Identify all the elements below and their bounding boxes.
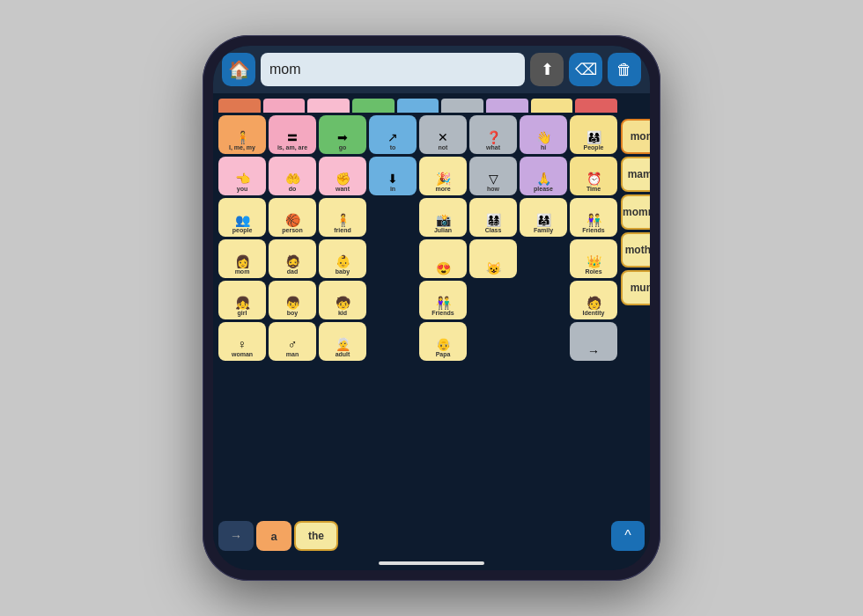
- cell-baby[interactable]: 👶 baby: [319, 239, 366, 278]
- cell-you[interactable]: 👈 you: [218, 157, 266, 195]
- cell-friends2[interactable]: 👫 Friends: [419, 281, 467, 319]
- grid-row-3: 👥 people 🏀 person 🧍 friend 📸 Julian: [218, 198, 617, 237]
- cell-arrow[interactable]: →: [570, 322, 617, 361]
- cell-not[interactable]: ✕ not: [419, 115, 467, 154]
- cell-kid[interactable]: 🧒 kid: [319, 281, 366, 319]
- cell-adult[interactable]: 🧑‍🦳 adult: [319, 322, 366, 361]
- delete-icon: 🗑: [616, 61, 632, 79]
- top-bar: 🏠 mom ⬆ ⌫ 🗑: [213, 46, 650, 93]
- spacer-4-4: [369, 239, 417, 278]
- cell-what[interactable]: ❓ what: [469, 115, 517, 154]
- cell-boy[interactable]: 👦 boy: [269, 281, 316, 319]
- color-tab-2[interactable]: [263, 99, 306, 113]
- suggestion-mom[interactable]: mom: [621, 119, 650, 154]
- cell-man[interactable]: ♂ man: [269, 322, 316, 361]
- spacer-6-6: [469, 322, 517, 361]
- phone-frame: 🏠 mom ⬆ ⌫ 🗑: [203, 35, 660, 581]
- cell-friend[interactable]: 🧍 friend: [319, 198, 366, 237]
- grid-row-5: 👧 girl 👦 boy 🧒 kid 👫 Friends: [218, 281, 617, 319]
- cell-emoji1[interactable]: 😍: [419, 239, 467, 278]
- cell-roles[interactable]: 👑 Roles: [570, 239, 617, 278]
- spacer-6-7: [520, 322, 567, 361]
- cell-please[interactable]: 🙏 please: [520, 157, 567, 195]
- color-tab-7[interactable]: [486, 99, 528, 113]
- cell-identity[interactable]: 🧑 Identity: [570, 281, 617, 319]
- cell-is-am-are[interactable]: 〓 is, am, are: [269, 115, 316, 154]
- color-tab-1[interactable]: [218, 99, 261, 113]
- cell-how[interactable]: ▽ how: [469, 157, 517, 195]
- cell-people-noun[interactable]: 👥 people: [218, 198, 266, 237]
- home-button[interactable]: 🏠: [222, 53, 255, 86]
- color-tab-4[interactable]: [352, 99, 395, 113]
- backspace-button[interactable]: ⌫: [569, 53, 602, 86]
- cell-more[interactable]: 🎉 more: [419, 157, 467, 195]
- delete-button[interactable]: 🗑: [608, 53, 641, 86]
- cell-mom[interactable]: 👩 mom: [218, 239, 266, 278]
- back-arrow-icon: →: [230, 529, 242, 543]
- cell-person[interactable]: 🏀 person: [269, 198, 316, 237]
- cell-in[interactable]: ⬇ in: [369, 157, 417, 195]
- main-area: 🧍 I, me, my 〓 is, am, are ➡ go ↗ to: [213, 93, 650, 518]
- cell-people[interactable]: 👨‍👩‍👧 People: [570, 115, 617, 154]
- bottom-bar: → a the ^: [213, 518, 650, 558]
- symbol-grid: 🧍 I, me, my 〓 is, am, are ➡ go ↗ to: [218, 99, 617, 515]
- color-tab-3[interactable]: [307, 99, 350, 113]
- cell-go[interactable]: ➡ go: [319, 115, 366, 154]
- typed-text: mom: [269, 62, 301, 77]
- cell-girl[interactable]: 👧 girl: [218, 281, 266, 319]
- grid-row-6: ♀ woman ♂ man 🧑‍🦳 adult 👴 Papa: [218, 322, 617, 361]
- spacer-6-4: [369, 322, 417, 361]
- suggestion-mum[interactable]: mum: [621, 270, 650, 305]
- send-button[interactable]: ^: [611, 521, 645, 551]
- cell-dad[interactable]: 🧔 dad: [269, 239, 316, 278]
- cell-papa[interactable]: 👴 Papa: [419, 322, 467, 361]
- cell-want[interactable]: ✊ want: [319, 157, 366, 195]
- grid-row-4: 👩 mom 🧔 dad 👶 baby 😍: [218, 239, 617, 278]
- color-tab-8[interactable]: [531, 99, 573, 113]
- cell-emoji2[interactable]: 😺: [469, 239, 517, 278]
- cell-friends[interactable]: 👫 Friends: [570, 198, 617, 237]
- phone-screen: 🏠 mom ⬆ ⌫ 🗑: [213, 46, 650, 570]
- share-button[interactable]: ⬆: [530, 53, 564, 86]
- backspace-icon: ⌫: [575, 60, 597, 79]
- color-tab-9[interactable]: [575, 99, 617, 113]
- the-label: the: [308, 530, 324, 542]
- cell-time[interactable]: ⏰ Time: [570, 157, 617, 195]
- suggestion-mother[interactable]: mother: [621, 232, 650, 268]
- cell-do[interactable]: 🤲 do: [269, 157, 316, 195]
- spacer-5-6: [469, 281, 517, 319]
- grid-row-1: 🧍 I, me, my 〓 is, am, are ➡ go ↗ to: [218, 115, 617, 154]
- letter-a-label: a: [270, 530, 277, 543]
- home-indicator: [379, 561, 484, 565]
- cell-hi[interactable]: 👋 hi: [520, 115, 567, 154]
- cell-family[interactable]: 👨‍👩‍👧 Family: [520, 198, 567, 237]
- share-icon: ⬆: [541, 60, 554, 79]
- spacer-5-4: [369, 281, 417, 319]
- color-tab-5[interactable]: [397, 99, 439, 113]
- text-input[interactable]: mom: [261, 53, 525, 86]
- cell-to[interactable]: ↗ to: [369, 115, 417, 154]
- cell-woman[interactable]: ♀ woman: [218, 322, 266, 361]
- back-arrow-button[interactable]: →: [218, 521, 254, 551]
- color-tab-6[interactable]: [441, 99, 483, 113]
- grid-row-2: 👈 you 🤲 do ✊ want ⬇ in: [218, 157, 617, 195]
- the-button[interactable]: the: [294, 521, 338, 551]
- word-prediction-panel: mom mama mommy mother mum: [621, 99, 650, 515]
- send-icon: ^: [624, 528, 631, 544]
- spacer-4-7: [520, 239, 567, 278]
- color-tabs: [218, 99, 617, 113]
- suggestion-mama[interactable]: mama: [621, 157, 650, 192]
- cell-julian[interactable]: 📸 Julian: [419, 198, 467, 237]
- spacer-5-7: [520, 281, 567, 319]
- cell-class[interactable]: 👨‍👩‍👧‍👦 Class: [469, 198, 517, 237]
- cell-i-me-my[interactable]: 🧍 I, me, my: [218, 115, 266, 154]
- spacer-3-4: [369, 198, 417, 237]
- letter-a-button[interactable]: a: [256, 521, 291, 551]
- suggestion-mommy[interactable]: mommy: [621, 194, 650, 230]
